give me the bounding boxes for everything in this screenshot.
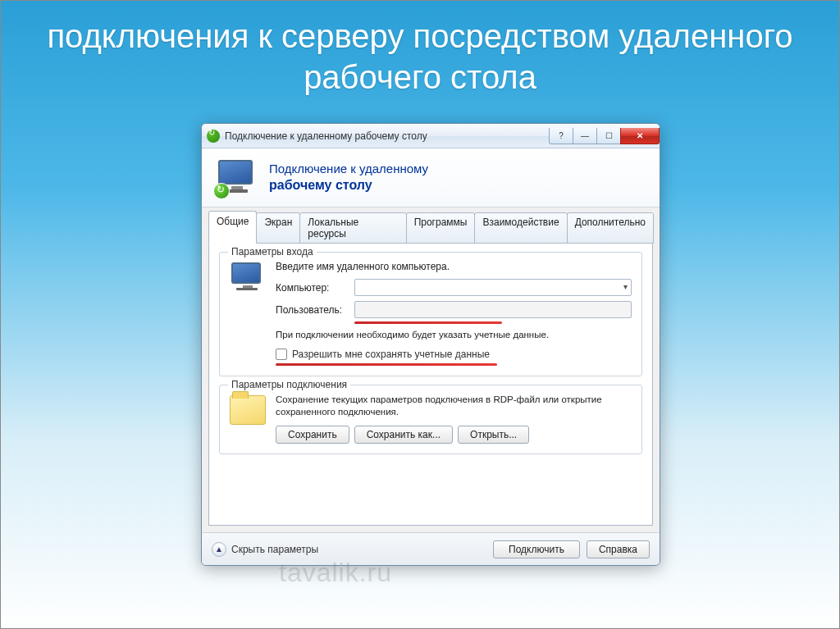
titlebar[interactable]: Подключение к удаленному рабочему столу … bbox=[202, 124, 660, 148]
tab-general[interactable]: Общие bbox=[208, 211, 257, 244]
save-button[interactable]: Сохранить bbox=[276, 426, 349, 444]
connection-fieldset: Параметры подключения Сохранение текущих… bbox=[219, 385, 642, 454]
save-credentials-checkbox[interactable]: Разрешить мне сохранять учетные данные bbox=[276, 349, 632, 360]
banner: Подключение к удаленному рабочему столу bbox=[202, 148, 660, 207]
help-button-icon[interactable]: ? bbox=[549, 128, 573, 144]
computer-combobox[interactable]: ▾ bbox=[354, 279, 632, 296]
connection-text: Сохранение текущих параметров подключени… bbox=[276, 394, 632, 419]
rdp-app-icon bbox=[207, 130, 220, 143]
tab-local-resources[interactable]: Локальные ресурсы bbox=[299, 212, 406, 244]
rdp-window: Подключение к удаленному рабочему столу … bbox=[201, 123, 660, 566]
checkbox-icon[interactable] bbox=[276, 349, 287, 360]
tab-experience[interactable]: Взаимодействие bbox=[474, 212, 567, 244]
tabbar: Общие Экран Локальные ресурсы Программы … bbox=[202, 207, 660, 244]
computer-icon bbox=[230, 261, 266, 297]
chevron-down-icon[interactable]: ▾ bbox=[623, 282, 628, 291]
highlight-underline bbox=[354, 321, 502, 324]
hide-options-link[interactable]: ▲ Скрыть параметры bbox=[212, 542, 318, 557]
footer: ▲ Скрыть параметры Подключить Справка bbox=[202, 532, 660, 565]
user-label: Пользователь: bbox=[276, 304, 349, 316]
save-credentials-label: Разрешить мне сохранять учетные данные bbox=[292, 349, 490, 360]
highlight-underline bbox=[276, 363, 497, 366]
slide-title: подключения к серверу посредством удален… bbox=[1, 1, 839, 98]
chevron-up-icon: ▲ bbox=[212, 542, 226, 557]
connect-button[interactable]: Подключить bbox=[493, 540, 580, 558]
open-button[interactable]: Открыть... bbox=[458, 426, 529, 444]
minimize-button[interactable]: — bbox=[573, 128, 597, 144]
login-hint: Введите имя удаленного компьютера. bbox=[276, 261, 632, 272]
computer-label: Компьютер: bbox=[276, 282, 349, 294]
window-title: Подключение к удаленному рабочему столу bbox=[225, 130, 427, 142]
rdp-banner-icon bbox=[215, 158, 258, 198]
folder-icon bbox=[230, 395, 266, 425]
save-as-button[interactable]: Сохранить как... bbox=[354, 426, 453, 444]
tab-content-general: Параметры входа Введите имя удаленного к… bbox=[208, 244, 653, 526]
maximize-button[interactable]: ☐ bbox=[596, 128, 621, 144]
login-legend: Параметры входа bbox=[228, 246, 317, 258]
credentials-note: При подключении необходимо будет указать… bbox=[276, 329, 632, 342]
user-field[interactable] bbox=[354, 301, 632, 318]
tab-display[interactable]: Экран bbox=[256, 212, 300, 244]
tab-advanced[interactable]: Дополнительно bbox=[567, 212, 654, 244]
hide-options-label: Скрыть параметры bbox=[231, 544, 318, 555]
connection-legend: Параметры подключения bbox=[228, 379, 350, 390]
tab-programs[interactable]: Программы bbox=[406, 212, 476, 244]
banner-line2: рабочему столу bbox=[269, 177, 428, 194]
close-button[interactable]: ✕ bbox=[620, 128, 660, 144]
help-button[interactable]: Справка bbox=[587, 540, 650, 558]
banner-line1: Подключение к удаленному bbox=[269, 161, 428, 177]
login-fieldset: Параметры входа Введите имя удаленного к… bbox=[219, 252, 642, 376]
